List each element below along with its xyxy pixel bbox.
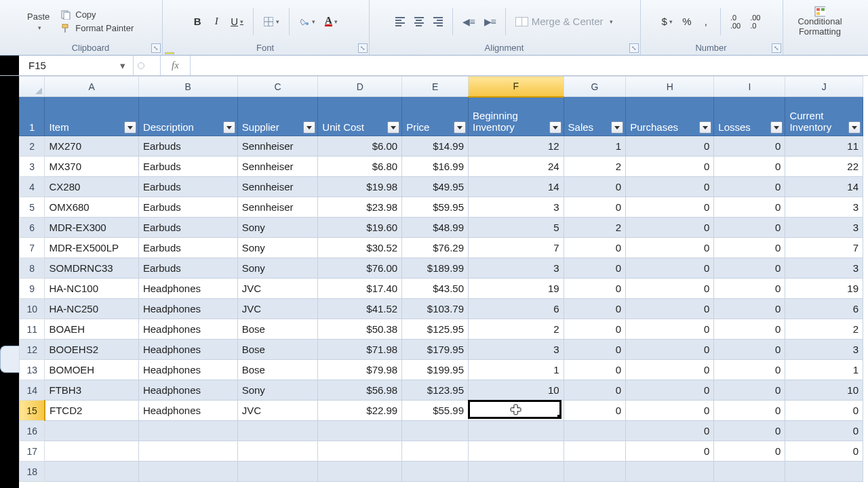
cell-C16[interactable] bbox=[237, 421, 318, 441]
cell-J14[interactable]: 10 bbox=[785, 380, 863, 401]
cell-J7[interactable]: 7 bbox=[785, 238, 863, 258]
cell-J3[interactable]: 22 bbox=[785, 157, 863, 177]
cell-H12[interactable]: 0 bbox=[626, 340, 714, 360]
cell-H13[interactable]: 0 bbox=[626, 360, 714, 380]
cell-I16[interactable]: 0 bbox=[714, 421, 785, 441]
cell-I5[interactable]: 0 bbox=[714, 197, 785, 218]
cell-E18[interactable] bbox=[402, 462, 469, 482]
cell-I6[interactable]: 0 bbox=[714, 218, 785, 238]
row-header[interactable]: 9 bbox=[20, 279, 45, 299]
table-header-B[interactable]: Description bbox=[138, 97, 237, 136]
row-header[interactable]: 18 bbox=[20, 462, 45, 482]
cell-B15[interactable]: Headphones bbox=[138, 401, 237, 421]
cell-F6[interactable]: 5 bbox=[469, 218, 564, 238]
font-dialog-launcher[interactable]: ⤡ bbox=[358, 43, 368, 53]
cell-B5[interactable]: Earbuds bbox=[138, 197, 237, 218]
cell-C11[interactable]: Bose bbox=[237, 319, 318, 340]
alignment-dialog-launcher[interactable]: ⤡ bbox=[629, 43, 639, 53]
cell-B9[interactable]: Headphones bbox=[138, 279, 237, 299]
cell-D3[interactable]: $6.80 bbox=[318, 157, 402, 177]
cell-E11[interactable]: $125.95 bbox=[402, 319, 469, 340]
col-header-I[interactable]: I bbox=[714, 77, 785, 97]
cell-C3[interactable]: Sennheiser bbox=[237, 157, 318, 177]
col-header-E[interactable]: E bbox=[402, 77, 469, 97]
filter-dropdown-icon[interactable] bbox=[770, 121, 783, 134]
cell-E12[interactable]: $179.95 bbox=[402, 340, 469, 360]
formula-input[interactable] bbox=[191, 56, 868, 75]
align-right-button[interactable] bbox=[431, 14, 446, 29]
cell-D15[interactable]: $22.99 bbox=[318, 401, 402, 421]
cell-E3[interactable]: $16.99 bbox=[402, 157, 469, 177]
cell-A13[interactable]: BOMOEH bbox=[45, 360, 138, 380]
cell-J2[interactable]: 11 bbox=[785, 136, 863, 157]
col-header-F[interactable]: F bbox=[469, 77, 564, 97]
cell-C4[interactable]: Sennheiser bbox=[237, 177, 318, 197]
cell-H14[interactable]: 0 bbox=[626, 380, 714, 401]
cell-G7[interactable]: 0 bbox=[564, 238, 626, 258]
cell-G16[interactable] bbox=[564, 421, 626, 441]
cell-G5[interactable]: 0 bbox=[564, 197, 626, 218]
cell-J8[interactable]: 3 bbox=[785, 258, 863, 279]
cell-F9[interactable]: 19 bbox=[469, 279, 564, 299]
cell-H18[interactable] bbox=[626, 462, 714, 482]
cell-F14[interactable]: 10 bbox=[469, 380, 564, 401]
cell-A3[interactable]: MX370 bbox=[45, 157, 138, 177]
row-header[interactable]: 5 bbox=[20, 197, 45, 218]
cell-H16[interactable]: 0 bbox=[626, 421, 714, 441]
cell-E5[interactable]: $59.95 bbox=[402, 197, 469, 218]
cell-C18[interactable] bbox=[237, 462, 318, 482]
cell-C7[interactable]: Sony bbox=[237, 238, 318, 258]
cell-A4[interactable]: CX280 bbox=[45, 177, 138, 197]
cell-J10[interactable]: 6 bbox=[785, 299, 863, 319]
copy-button[interactable]: Copy bbox=[58, 9, 136, 21]
cell-I18[interactable] bbox=[714, 462, 785, 482]
cell-G12[interactable]: 0 bbox=[564, 340, 626, 360]
cell-E4[interactable]: $49.95 bbox=[402, 177, 469, 197]
cell-C14[interactable]: Sony bbox=[237, 380, 318, 401]
row-header[interactable]: 3 bbox=[20, 157, 45, 177]
filter-dropdown-icon[interactable] bbox=[124, 121, 136, 134]
cell-D7[interactable]: $30.52 bbox=[318, 238, 402, 258]
cancel-formula-button[interactable] bbox=[134, 56, 161, 75]
row-header[interactable]: 13 bbox=[20, 360, 45, 380]
table-header-G[interactable]: Sales bbox=[564, 97, 626, 136]
cell-F12[interactable]: 3 bbox=[469, 340, 564, 360]
filter-dropdown-icon[interactable] bbox=[454, 121, 466, 134]
cell-D12[interactable]: $71.98 bbox=[318, 340, 402, 360]
col-header-C[interactable]: C bbox=[237, 77, 318, 97]
cell-G18[interactable] bbox=[564, 462, 626, 482]
spreadsheet-grid[interactable]: A B C D E F G H I J 1ItemDescriptionSupp… bbox=[19, 76, 863, 482]
cell-J6[interactable]: 3 bbox=[785, 218, 863, 238]
number-dialog-launcher[interactable]: ⤡ bbox=[772, 43, 781, 53]
table-header-A[interactable]: Item bbox=[45, 97, 138, 136]
cell-I3[interactable]: 0 bbox=[714, 157, 785, 177]
cell-I4[interactable]: 0 bbox=[714, 177, 785, 197]
col-header-J[interactable]: J bbox=[785, 77, 863, 97]
col-header-B[interactable]: B bbox=[138, 77, 237, 97]
cell-I11[interactable]: 0 bbox=[714, 319, 785, 340]
cell-C13[interactable]: Bose bbox=[237, 360, 318, 380]
cell-E13[interactable]: $199.95 bbox=[402, 360, 469, 380]
cell-D6[interactable]: $19.60 bbox=[318, 218, 402, 238]
cell-F7[interactable]: 7 bbox=[469, 238, 564, 258]
cell-I10[interactable]: 0 bbox=[714, 299, 785, 319]
increase-indent-button[interactable]: ▶≡ bbox=[481, 14, 498, 29]
cell-D10[interactable]: $41.52 bbox=[318, 299, 402, 319]
cell-J15[interactable]: 0 bbox=[785, 401, 863, 421]
underline-button[interactable]: U bbox=[228, 14, 246, 29]
row-header[interactable]: 12 bbox=[20, 340, 45, 360]
cell-H8[interactable]: 0 bbox=[626, 258, 714, 279]
cell-C8[interactable]: Sony bbox=[237, 258, 318, 279]
cell-E8[interactable]: $189.99 bbox=[402, 258, 469, 279]
cell-J11[interactable]: 2 bbox=[785, 319, 863, 340]
cell-J5[interactable]: 3 bbox=[785, 197, 863, 218]
cell-C10[interactable]: JVC bbox=[237, 299, 318, 319]
cell-D9[interactable]: $17.40 bbox=[318, 279, 402, 299]
filter-dropdown-icon[interactable] bbox=[848, 121, 861, 134]
row-header[interactable]: 16 bbox=[20, 421, 45, 441]
cell-I14[interactable]: 0 bbox=[714, 380, 785, 401]
cell-H5[interactable]: 0 bbox=[626, 197, 714, 218]
cell-G3[interactable]: 2 bbox=[564, 157, 626, 177]
cell-D4[interactable]: $19.98 bbox=[318, 177, 402, 197]
table-header-E[interactable]: Price bbox=[402, 97, 469, 136]
